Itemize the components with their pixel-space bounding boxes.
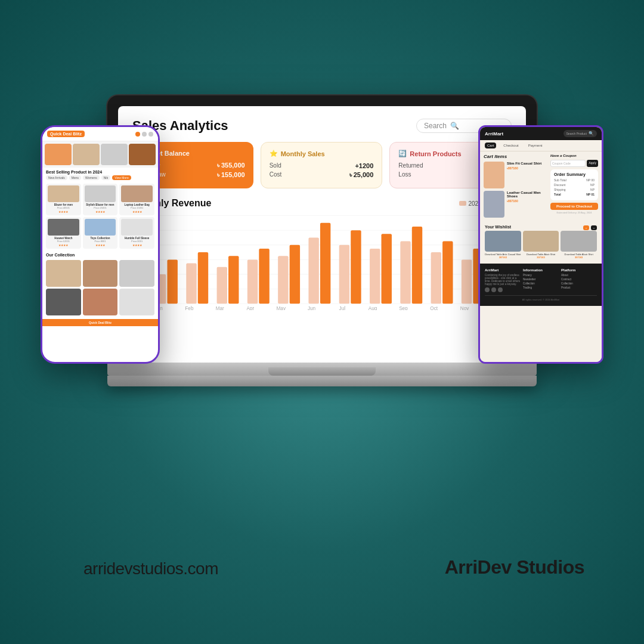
cart-items-column: Cart Items Slim Fit Casual Shirt ৳807160… (484, 154, 548, 220)
svg-rect-27 (351, 230, 361, 304)
tag-nib[interactable]: Nib (101, 175, 111, 180)
footer-platform-3[interactable]: Collection (561, 282, 597, 285)
wishlist-title: Your Wishlist (485, 225, 511, 229)
wishlist-item-1[interactable]: Download Table Artic Casual Shirt 307163 (485, 231, 521, 259)
tablet-search-bar[interactable]: Search Product 🔍 (564, 130, 597, 137)
order-shipping: ShippingNP (554, 188, 595, 191)
website-url: arridevstudios.com (83, 559, 218, 578)
phone-footer-text: Quick Deal Blitz (89, 321, 112, 324)
tag-new-arrivals[interactable]: New Arrivals (46, 175, 67, 180)
laptop-screen: Sales Analytics Search 🔍 💰 Net Balance (118, 106, 526, 363)
tablet-search-text: Search Product (566, 132, 587, 135)
svg-rect-17 (198, 252, 208, 304)
order-total: TotalNP 01 (554, 193, 595, 196)
social-ig[interactable] (498, 287, 503, 292)
tablet-header: ArriMart Search Product 🔍 (480, 127, 602, 140)
checkout-button[interactable]: Proceed to Checkout (550, 203, 598, 210)
tag-womens[interactable]: Womens (83, 175, 100, 180)
svg-rect-18 (217, 267, 227, 304)
collection-6[interactable] (119, 289, 154, 315)
collection-3[interactable] (119, 260, 154, 287)
order-summary-column: Have a Coupon Coupon Code Apply Order Su… (550, 154, 598, 220)
wishlist-item-3[interactable]: Download Table Abotr Shirt 307163 (561, 231, 597, 259)
phone-product-1[interactable]: Blazer for men Price:40501 ★★★★ (46, 184, 81, 215)
cart-section: Cart Items Slim Fit Casual Shirt ৳807160… (480, 151, 602, 222)
footer-platform-2[interactable]: Contract (561, 278, 597, 281)
svg-text:May: May (277, 306, 286, 311)
banner-item-3 (101, 144, 128, 165)
phone-product-6[interactable]: Humble Full Sleeve Price:9001 ★★★★ (119, 217, 154, 249)
tablet-nav-payment[interactable]: Payment (526, 143, 545, 148)
tag-mens[interactable]: Mens (69, 175, 81, 180)
social-icons (485, 287, 521, 292)
footer-platform-4[interactable]: Product (561, 286, 597, 289)
brand-name: ArriDev Studios (445, 556, 584, 578)
stars-6: ★★★★ (121, 243, 153, 247)
product-img-2 (484, 191, 504, 218)
laptop-screen-outer: Sales Analytics Search 🔍 💰 Net Balance (107, 95, 537, 363)
phone-logo: Quick Deal Blitz (47, 131, 85, 137)
sold-row: Sold +1200 (270, 162, 374, 169)
svg-text:Aug: Aug (369, 306, 377, 311)
chart-area: 0 2k 4k 6k 8k 10k 12k (132, 215, 512, 310)
coupon-apply-btn[interactable]: Apply (587, 160, 598, 167)
phone-mockup: Quick Deal Blitz Best Selling Produc (41, 125, 160, 364)
svg-text:Jun: Jun (308, 306, 316, 311)
footer-info-1[interactable]: Privacy (523, 274, 559, 277)
banner-item-2 (73, 144, 100, 165)
phone-footer-bar: Quick Deal Blitz (42, 319, 158, 326)
tag-view-more[interactable]: View More (112, 175, 131, 180)
tablet-logo: ArriMart (485, 131, 503, 137)
product-name-2: Leather Casual Men Shoes (507, 191, 548, 198)
laptop-mockup: Sales Analytics Search 🔍 💰 Net Balance (107, 95, 537, 386)
tablet-nav-cart[interactable]: Cart (485, 143, 496, 148)
legend-dot-2023 (459, 201, 466, 206)
collection-5[interactable] (83, 289, 118, 315)
svg-rect-33 (442, 242, 453, 304)
monthly-sales-title: ⭐ Monthly Sales (270, 150, 374, 157)
phone-icon-3[interactable] (148, 132, 153, 137)
collection-1[interactable] (46, 260, 81, 287)
footer-info-4[interactable]: Trading (523, 286, 559, 289)
svg-rect-31 (412, 227, 422, 304)
phone-product-4[interactable]: Huawei Watch Price:12001 ★★★★ (46, 217, 81, 249)
wishlist-next[interactable]: › (591, 225, 597, 230)
phone-icon-1[interactable] (135, 132, 140, 137)
collection-2[interactable] (83, 260, 118, 287)
footer-tagline: Combining the joy of endless possibiliti… (485, 274, 521, 286)
coupon-input[interactable]: Coupon Code (550, 160, 586, 167)
collection-4[interactable] (46, 289, 81, 315)
chart-header: Monthly Revenue 2023 2024 (132, 198, 512, 209)
stars-4: ★★★★ (48, 243, 79, 247)
phone-product-5[interactable]: Toys Collection Price:8001 ★★★★ (83, 217, 118, 249)
wishlist-item-2[interactable]: Download Table Abotr Shirt 307163 (523, 231, 559, 259)
social-fb[interactable] (485, 287, 490, 292)
best-selling-title: Best Selling Product in 2024 (42, 168, 158, 175)
banner-item-4 (129, 144, 156, 165)
stars-3: ★★★★ (121, 210, 153, 213)
phone-product-2[interactable]: Stylish Blazer for men Price:25001 ★★★★ (83, 184, 118, 215)
phone-icon-2[interactable] (142, 132, 147, 137)
tablet-nav-checkout[interactable]: Checkout (501, 143, 521, 148)
social-tw[interactable] (491, 287, 496, 292)
wishlist-prev[interactable]: ‹ (583, 225, 589, 230)
phone-product-grid: Blazer for men Price:40501 ★★★★ Stylish … (42, 182, 158, 250)
estimated-delivery: Estimated Delivery: 29 Aug, 2024 (550, 211, 598, 214)
footer-info-col: Information Privacy Newsletter Collectio… (523, 268, 559, 292)
footer-info-3[interactable]: Collection (523, 282, 559, 285)
order-summary-box: Order Summary Sub TotalNP 00 DiscountNP … (550, 169, 598, 200)
phone-product-3[interactable]: Laptop Leather Bag Price:15001 ★★★★ (119, 184, 154, 215)
product-info-2: Leather Casual Men Shoes ৳807160 (507, 191, 548, 218)
svg-text:Oct: Oct (430, 306, 438, 311)
laptop-stand (107, 376, 537, 386)
cost-row: Cost ৳ 25,000 (270, 171, 374, 179)
cart-product-1: Slim Fit Casual Shirt ৳807160 (484, 162, 548, 188)
stars-5: ★★★★ (85, 243, 116, 247)
stars-2: ★★★★ (85, 210, 116, 213)
footer-info-2[interactable]: Newsletter (523, 278, 559, 281)
wishlist-section: Your Wishlist ‹ › Download Table Artic C… (480, 222, 602, 261)
banner-item-1 (45, 144, 72, 165)
product-name-1: Slim Fit Casual Shirt (507, 162, 548, 165)
svg-rect-28 (370, 249, 380, 304)
footer-platform-1[interactable]: About (561, 274, 597, 277)
